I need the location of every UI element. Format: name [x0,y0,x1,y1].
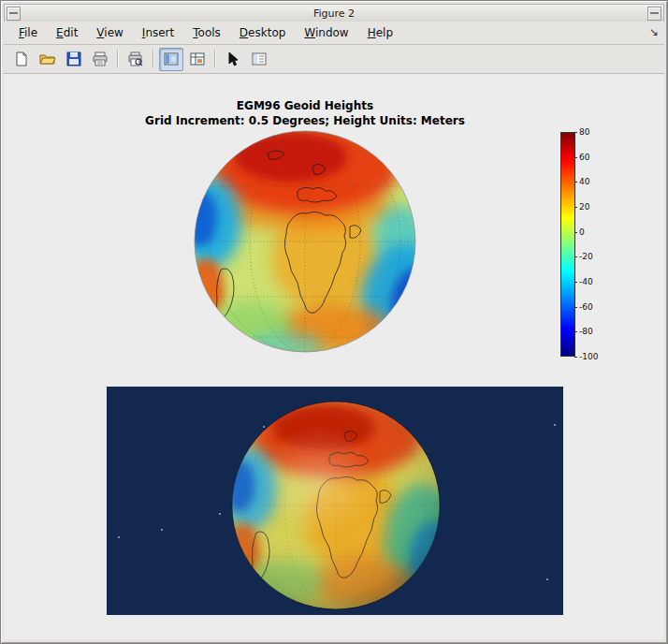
window-close-icon [650,12,659,14]
toolbar-separator [152,50,154,68]
colorbar-tick: 20 [579,202,589,212]
save-floppy-icon [66,51,81,66]
plot-title: EGM96 Geoid Heights Grid Increment: 0.5 … [4,98,606,128]
star-dot [118,536,120,538]
menu-window[interactable]: Window [295,24,357,41]
plot-title-line2: Grid Increment: 0.5 Degrees; Height Unit… [4,113,606,128]
print-figure-button[interactable] [88,48,112,71]
property-editor-button[interactable] [247,48,271,71]
print-preview-icon [127,51,144,66]
colorbar-tick: -80 [579,327,593,336]
plot-title-line1: EGM96 Geoid Heights [4,98,606,113]
figure-window: Figure 2 File Edit View Insert Tools Des… [0,0,668,644]
property-editor-icon [252,51,267,66]
menu-file[interactable]: File [9,24,47,41]
figure-toolbar [4,45,664,74]
menu-insert[interactable]: Insert [133,24,183,41]
colorbar-tick: -60 [579,302,593,312]
printer-icon [92,51,109,66]
colorbar-tick: -100 [579,352,598,361]
window-close-button[interactable] [647,7,661,21]
menu-help[interactable]: Help [358,24,402,41]
colorbar-tick: 60 [579,153,589,162]
star-dot [161,529,163,531]
geoid-globe-map [193,129,417,354]
toolbar-separator [117,50,119,68]
globe-3d-panel [107,387,563,615]
star-dot [554,424,556,426]
colorbar-tick: 0 [579,227,585,237]
edit-plot-button[interactable] [221,48,245,71]
arrow-cursor-icon [227,51,239,66]
colorbar [560,132,575,357]
new-figure-button[interactable] [9,48,34,71]
geoid-globe-3d [230,400,442,611]
star-dot [219,513,221,515]
open-file-button[interactable] [36,48,60,71]
colorbar-tick: 80 [579,127,589,137]
menu-tools[interactable]: Tools [183,24,230,41]
toolbar-separator [214,50,216,68]
star-dot [546,578,548,580]
save-figure-button[interactable] [62,48,86,71]
menu-desktop[interactable]: Desktop [230,24,296,41]
figure-canvas: EGM96 Geoid Heights Grid Increment: 0.5 … [4,74,664,639]
window-menu-icon [9,12,18,14]
undock-arrow-icon[interactable]: ↘ [649,25,659,38]
colorbar-ticks: 80 60 40 20 0 -20 -40 -60 -80 -100 [579,132,611,357]
menu-view[interactable]: View [87,24,132,41]
colorbar-tick: -20 [579,252,593,261]
window-title: Figure 2 [313,7,355,20]
colorbar-tick: -40 [579,277,593,286]
title-bar[interactable]: Figure 2 [4,4,664,22]
plot-tools-hide-icon [164,51,179,66]
colorbar-tick: 40 [579,177,589,186]
show-plot-tools-button[interactable] [185,48,210,71]
hide-plot-tools-button[interactable] [159,48,183,71]
menu-edit[interactable]: Edit [47,24,87,41]
window-menu-button[interactable] [7,7,21,21]
plot-tools-show-icon [190,51,205,66]
new-file-icon [14,51,29,66]
print-preview-button[interactable] [123,48,148,71]
menu-bar: File Edit View Insert Tools Desktop Wind… [4,22,664,45]
open-folder-icon [39,51,56,66]
